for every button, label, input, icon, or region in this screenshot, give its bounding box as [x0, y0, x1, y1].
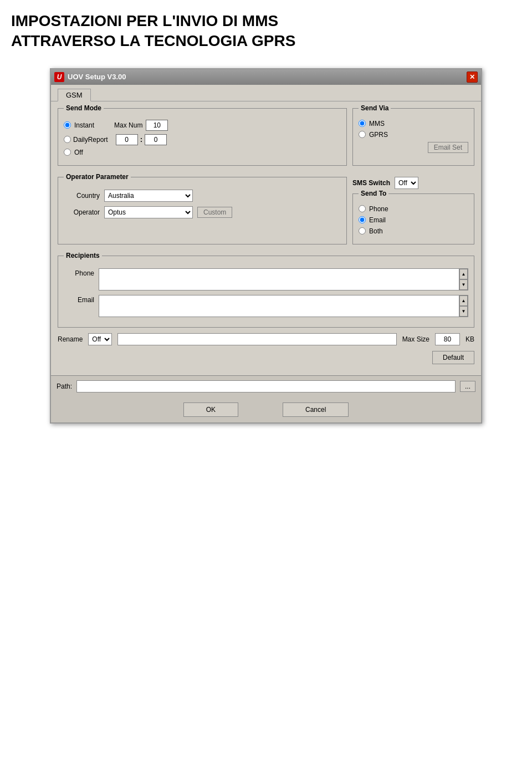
ok-button[interactable]: OK: [183, 402, 238, 417]
rename-text-input[interactable]: [117, 333, 396, 345]
path-row: Path: ...: [51, 375, 481, 397]
scroll-up-arrow[interactable]: ▲: [459, 269, 468, 279]
window: U UOV Setup V3.00 ✕ GSM Send Mode Instan…: [50, 68, 482, 424]
path-input[interactable]: [76, 380, 456, 392]
kb-label: KB: [466, 335, 474, 343]
send-to-group: Send To Phone Email Both: [352, 193, 474, 244]
off-radio[interactable]: [64, 149, 71, 156]
page-title: IMPOSTAZIONI PER L'INVIO DI MMS ATTRAVER…: [11, 11, 521, 52]
send-mode-label: Send Mode: [64, 104, 104, 112]
recipients-email-input[interactable]: [99, 295, 459, 317]
send-to-label: Send To: [359, 190, 388, 197]
operator-label: Operator: [64, 208, 100, 216]
recipients-phone-label: Phone: [64, 268, 94, 277]
default-button[interactable]: Default: [432, 351, 474, 364]
recipients-email-label: Email: [64, 295, 94, 304]
country-label: Country: [64, 192, 100, 200]
operator-select[interactable]: Optus Telstra Vodafone: [104, 206, 193, 218]
content-area: Send Mode Instant Max Num DailyReport :: [51, 101, 481, 375]
daily-report-radio[interactable]: [64, 136, 71, 143]
daily-hour-input[interactable]: [116, 134, 138, 145]
sms-switch-label: SMS Switch: [352, 179, 390, 187]
both-send-radio[interactable]: [359, 227, 366, 234]
phone-send-radio[interactable]: [359, 205, 366, 212]
recipients-group: Recipients Phone ▲ ▼ Email ▲ ▼: [58, 256, 474, 328]
email-set-button[interactable]: Email Set: [428, 142, 468, 153]
both-send-label: Both: [369, 227, 383, 235]
off-label: Off: [74, 149, 83, 156]
custom-button[interactable]: Custom: [197, 207, 232, 218]
window-icon: U: [54, 72, 64, 82]
country-select[interactable]: Australia New Zealand United Kingdom USA: [104, 190, 193, 202]
ok-cancel-row: OK Cancel: [51, 397, 481, 422]
rename-select[interactable]: Off On: [88, 333, 112, 345]
phone-send-label: Phone: [369, 205, 388, 213]
max-size-input[interactable]: [435, 333, 460, 345]
path-label: Path:: [57, 383, 72, 390]
sms-switch-select[interactable]: Off On: [395, 177, 418, 189]
scroll-down-arrow[interactable]: ▼: [459, 279, 468, 290]
max-num-input[interactable]: [146, 120, 168, 131]
email-scroll-up-arrow[interactable]: ▲: [459, 295, 468, 306]
max-size-label: Max Size: [402, 335, 429, 343]
recipients-label: Recipients: [64, 252, 102, 259]
browse-button[interactable]: ...: [460, 381, 475, 392]
title-bar: U UOV Setup V3.00 ✕: [51, 69, 481, 85]
tab-gsm[interactable]: GSM: [58, 89, 91, 101]
mms-radio[interactable]: [359, 120, 366, 127]
close-button[interactable]: ✕: [467, 72, 478, 83]
tab-bar: GSM: [51, 85, 481, 101]
daily-report-label: DailyReport: [73, 136, 108, 144]
email-scroll-down-arrow[interactable]: ▼: [459, 306, 468, 317]
operator-parameter-group: Operator Parameter Country Australia New…: [58, 177, 347, 244]
send-via-group: Send Via MMS GPRS Email Set: [352, 108, 474, 166]
window-title: UOV Setup V3.00: [68, 73, 126, 81]
instant-label: Instant: [74, 121, 94, 129]
rename-label: Rename: [58, 335, 83, 343]
mms-label: MMS: [369, 120, 385, 128]
max-num-label: Max Num: [114, 121, 142, 129]
send-mode-group: Send Mode Instant Max Num DailyReport :: [58, 108, 347, 166]
operator-parameter-label: Operator Parameter: [64, 173, 131, 181]
instant-radio[interactable]: [64, 121, 71, 129]
daily-min-input[interactable]: [145, 134, 167, 145]
email-send-radio[interactable]: [359, 216, 366, 223]
time-separator: :: [140, 135, 142, 144]
gprs-label: GPRS: [369, 131, 388, 139]
send-via-label: Send Via: [359, 104, 391, 112]
gprs-radio[interactable]: [359, 131, 366, 138]
email-send-label: Email: [369, 216, 386, 224]
cancel-button[interactable]: Cancel: [283, 402, 349, 417]
recipients-phone-input[interactable]: [99, 269, 459, 290]
